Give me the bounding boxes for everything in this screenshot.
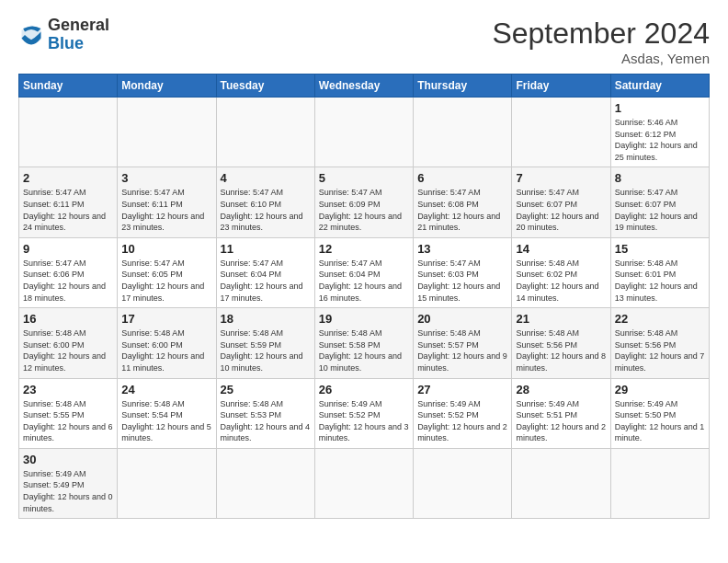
day-number: 8 <box>615 171 705 185</box>
logo: General Blue <box>18 17 109 53</box>
calendar-cell: 29Sunrise: 5:49 AM Sunset: 5:50 PM Dayli… <box>610 378 709 448</box>
day-info: Sunrise: 5:47 AM Sunset: 6:10 PM Dayligh… <box>221 187 311 233</box>
calendar-cell: 23Sunrise: 5:48 AM Sunset: 5:55 PM Dayli… <box>19 378 118 448</box>
calendar-week-1: 2Sunrise: 5:47 AM Sunset: 6:11 PM Daylig… <box>19 167 710 237</box>
calendar-cell: 18Sunrise: 5:48 AM Sunset: 5:59 PM Dayli… <box>216 308 314 378</box>
day-info: Sunrise: 5:47 AM Sunset: 6:06 PM Dayligh… <box>23 258 113 304</box>
calendar-cell: 30Sunrise: 5:49 AM Sunset: 5:49 PM Dayli… <box>19 448 118 518</box>
day-info: Sunrise: 5:49 AM Sunset: 5:51 PM Dayligh… <box>516 398 606 444</box>
day-number: 28 <box>516 383 606 396</box>
day-number: 11 <box>221 242 311 256</box>
day-info: Sunrise: 5:48 AM Sunset: 5:56 PM Dayligh… <box>615 327 705 373</box>
calendar-cell: 10Sunrise: 5:47 AM Sunset: 6:05 PM Dayli… <box>118 237 216 307</box>
calendar-cell: 8Sunrise: 5:47 AM Sunset: 6:07 PM Daylig… <box>610 167 709 237</box>
day-number: 29 <box>615 383 705 396</box>
calendar-body: 1Sunrise: 5:46 AM Sunset: 6:12 PM Daylig… <box>19 98 710 519</box>
header-sunday: Sunday <box>19 75 118 98</box>
calendar-cell: 9Sunrise: 5:47 AM Sunset: 6:06 PM Daylig… <box>19 237 118 307</box>
calendar-cell: 20Sunrise: 5:48 AM Sunset: 5:57 PM Dayli… <box>414 308 512 378</box>
day-info: Sunrise: 5:48 AM Sunset: 6:00 PM Dayligh… <box>23 327 113 373</box>
calendar-cell: 26Sunrise: 5:49 AM Sunset: 5:52 PM Dayli… <box>314 378 413 448</box>
logo-icon <box>18 22 44 48</box>
calendar-cell: 27Sunrise: 5:49 AM Sunset: 5:52 PM Dayli… <box>414 378 512 448</box>
day-number: 3 <box>121 171 211 185</box>
day-info: Sunrise: 5:49 AM Sunset: 5:50 PM Dayligh… <box>615 398 705 444</box>
day-number: 7 <box>516 171 606 185</box>
calendar-table: Sunday Monday Tuesday Wednesday Thursday… <box>18 74 710 519</box>
calendar-cell: 24Sunrise: 5:48 AM Sunset: 5:54 PM Dayli… <box>118 378 216 448</box>
calendar-week-4: 23Sunrise: 5:48 AM Sunset: 5:55 PM Dayli… <box>19 378 710 448</box>
day-info: Sunrise: 5:47 AM Sunset: 6:03 PM Dayligh… <box>417 258 507 304</box>
calendar-cell: 5Sunrise: 5:47 AM Sunset: 6:09 PM Daylig… <box>314 167 413 237</box>
day-info: Sunrise: 5:47 AM Sunset: 6:04 PM Dayligh… <box>319 258 409 304</box>
header-monday: Monday <box>118 75 216 98</box>
day-info: Sunrise: 5:47 AM Sunset: 6:09 PM Dayligh… <box>319 187 409 233</box>
logo-text: General Blue <box>48 17 109 53</box>
calendar-cell: 7Sunrise: 5:47 AM Sunset: 6:07 PM Daylig… <box>512 167 610 237</box>
calendar-cell <box>314 448 413 518</box>
calendar-cell <box>19 98 118 167</box>
header-saturday: Saturday <box>610 75 709 98</box>
day-info: Sunrise: 5:47 AM Sunset: 6:08 PM Dayligh… <box>417 187 507 233</box>
header-thursday: Thursday <box>414 75 512 98</box>
header-friday: Friday <box>512 75 610 98</box>
calendar-cell: 15Sunrise: 5:48 AM Sunset: 6:01 PM Dayli… <box>610 237 709 307</box>
day-number: 13 <box>417 242 507 256</box>
day-info: Sunrise: 5:48 AM Sunset: 6:00 PM Dayligh… <box>121 327 211 373</box>
calendar-cell <box>216 448 314 518</box>
calendar-cell: 16Sunrise: 5:48 AM Sunset: 6:00 PM Dayli… <box>19 308 118 378</box>
title-block: September 2024 Asdas, Yemen <box>492 17 710 66</box>
day-info: Sunrise: 5:47 AM Sunset: 6:11 PM Dayligh… <box>121 187 211 233</box>
day-info: Sunrise: 5:47 AM Sunset: 6:05 PM Dayligh… <box>121 258 211 304</box>
calendar-header: Sunday Monday Tuesday Wednesday Thursday… <box>19 75 710 98</box>
day-info: Sunrise: 5:49 AM Sunset: 5:52 PM Dayligh… <box>319 398 409 444</box>
day-number: 23 <box>23 383 113 396</box>
day-number: 14 <box>516 242 606 256</box>
calendar-cell <box>414 98 512 167</box>
day-number: 2 <box>23 171 113 185</box>
calendar-cell: 13Sunrise: 5:47 AM Sunset: 6:03 PM Dayli… <box>414 237 512 307</box>
calendar-cell: 12Sunrise: 5:47 AM Sunset: 6:04 PM Dayli… <box>314 237 413 307</box>
day-info: Sunrise: 5:48 AM Sunset: 6:01 PM Dayligh… <box>615 258 705 304</box>
day-number: 5 <box>319 171 409 185</box>
day-number: 18 <box>221 312 311 326</box>
day-info: Sunrise: 5:47 AM Sunset: 6:04 PM Dayligh… <box>221 258 311 304</box>
day-number: 9 <box>23 242 113 256</box>
day-info: Sunrise: 5:48 AM Sunset: 5:57 PM Dayligh… <box>417 327 507 373</box>
day-info: Sunrise: 5:47 AM Sunset: 6:11 PM Dayligh… <box>23 187 113 233</box>
day-number: 24 <box>121 383 211 396</box>
day-number: 12 <box>319 242 409 256</box>
day-number: 15 <box>615 242 705 256</box>
logo-general: General <box>48 16 109 34</box>
day-number: 26 <box>319 383 409 396</box>
calendar-cell: 1Sunrise: 5:46 AM Sunset: 6:12 PM Daylig… <box>610 98 709 167</box>
day-info: Sunrise: 5:47 AM Sunset: 6:07 PM Dayligh… <box>615 187 705 233</box>
day-info: Sunrise: 5:48 AM Sunset: 5:58 PM Dayligh… <box>319 327 409 373</box>
calendar-week-3: 16Sunrise: 5:48 AM Sunset: 6:00 PM Dayli… <box>19 308 710 378</box>
calendar-cell <box>118 448 216 518</box>
calendar-week-5: 30Sunrise: 5:49 AM Sunset: 5:49 PM Dayli… <box>19 448 710 518</box>
day-number: 19 <box>319 312 409 326</box>
day-info: Sunrise: 5:46 AM Sunset: 6:12 PM Dayligh… <box>615 117 705 163</box>
day-number: 16 <box>23 312 113 326</box>
header-row: Sunday Monday Tuesday Wednesday Thursday… <box>19 75 710 98</box>
day-info: Sunrise: 5:47 AM Sunset: 6:07 PM Dayligh… <box>516 187 606 233</box>
day-number: 6 <box>417 171 507 185</box>
calendar-cell <box>512 98 610 167</box>
calendar-cell: 17Sunrise: 5:48 AM Sunset: 6:00 PM Dayli… <box>118 308 216 378</box>
day-number: 10 <box>121 242 211 256</box>
day-number: 4 <box>221 171 311 185</box>
calendar-cell: 19Sunrise: 5:48 AM Sunset: 5:58 PM Dayli… <box>314 308 413 378</box>
day-number: 27 <box>417 383 507 396</box>
day-info: Sunrise: 5:48 AM Sunset: 5:59 PM Dayligh… <box>221 327 311 373</box>
calendar-cell: 25Sunrise: 5:48 AM Sunset: 5:53 PM Dayli… <box>216 378 314 448</box>
calendar-week-2: 9Sunrise: 5:47 AM Sunset: 6:06 PM Daylig… <box>19 237 710 307</box>
calendar-cell: 4Sunrise: 5:47 AM Sunset: 6:10 PM Daylig… <box>216 167 314 237</box>
day-info: Sunrise: 5:48 AM Sunset: 5:56 PM Dayligh… <box>516 327 606 373</box>
calendar-cell <box>414 448 512 518</box>
calendar-cell: 21Sunrise: 5:48 AM Sunset: 5:56 PM Dayli… <box>512 308 610 378</box>
location: Asdas, Yemen <box>492 51 710 66</box>
day-number: 30 <box>23 453 113 466</box>
day-info: Sunrise: 5:48 AM Sunset: 5:53 PM Dayligh… <box>221 398 311 444</box>
day-number: 17 <box>121 312 211 326</box>
